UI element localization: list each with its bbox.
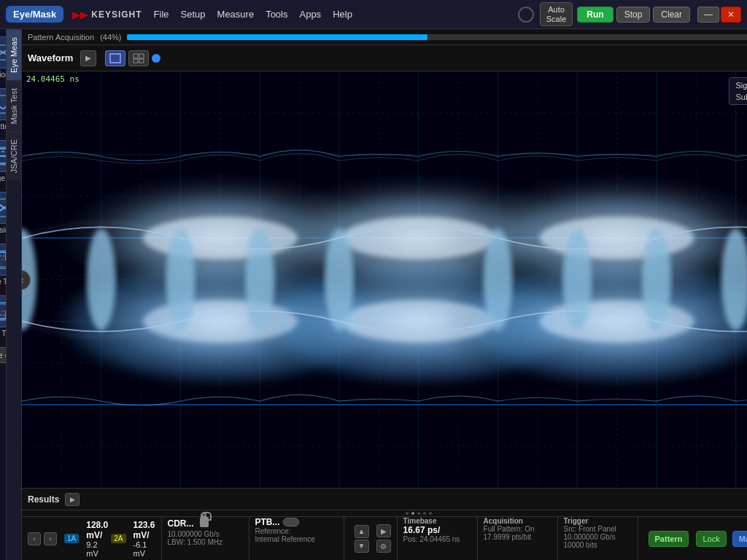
dot-5 [429, 512, 432, 515]
menu-setup[interactable]: Setup [181, 9, 206, 20]
content-area: Pattern Acquisition (44%) Waveform ▶ [22, 29, 747, 560]
transport-down-button[interactable]: ▼ [355, 540, 369, 553]
acq-label: Acquisition [484, 517, 523, 525]
signals-legend: Signals ▲ Sub[1A,2A] [729, 77, 747, 105]
ptb-ref: Reference: [255, 527, 291, 535]
svg-point-78 [166, 229, 196, 331]
signals-label: Signals [735, 81, 747, 90]
status-ch-section: ‹ › 1A 128.0 mV/ 9.2 mV 2A 123.6 mV/ -6.… [22, 517, 162, 560]
pattern-acquisition-fill [127, 34, 427, 40]
wf-grid-btn[interactable] [128, 50, 149, 66]
close-button[interactable]: ✕ [721, 7, 741, 23]
pattern-button[interactable]: Pattern [649, 531, 689, 547]
cdr-lbw: LBW: 1.500 MHz [168, 538, 222, 546]
status-transport-section: ▲ ▼ ▶ ⚙ [344, 517, 398, 560]
average-power-icon [0, 140, 7, 172]
signal-name: Sub[1A,2A] [735, 93, 747, 101]
ch-prev-button[interactable]: ‹ [28, 532, 41, 545]
app-logo[interactable]: Eye/Mask [6, 6, 63, 23]
results-bar: Results ▶ ⌃⌃ 📌 [22, 489, 747, 510]
ptb-internal: Internal Reference [255, 535, 315, 543]
sidebar: -1/0 Extinction Ratio Jitter [0, 29, 7, 560]
svg-rect-28 [110, 54, 120, 63]
menu-measure[interactable]: Measure [217, 9, 255, 20]
waveform-header: Waveform ▶ [22, 45, 747, 71]
eye-diagram-canvas [22, 71, 747, 488]
sidebar-item-rise-time[interactable]: Rise Time [0, 241, 7, 289]
tab-mask-test[interactable]: Mask Test [7, 80, 21, 131]
signal-row: Sub[1A,2A] [735, 93, 747, 101]
timebase-label: Timebase [403, 517, 437, 525]
transport-settings-button[interactable]: ⚙ [376, 540, 391, 553]
rise-time-icon [0, 244, 7, 276]
sidebar-item-extinction-ratio[interactable]: -1/0 Extinction Ratio [0, 34, 7, 82]
results-play-button[interactable]: ▶ [65, 493, 80, 506]
ch1-v1: 128.0 mV/ [86, 520, 108, 540]
svg-point-81 [484, 229, 513, 331]
dot-1 [406, 512, 409, 515]
ptb-label: PTB... [255, 517, 280, 527]
pattern-acquisition-bar: Pattern Acquisition (44%) [22, 29, 747, 45]
more-button[interactable]: More (1/3) [0, 347, 7, 363]
svg-rect-30 [139, 54, 144, 58]
extinction-ratio-label: Extinction Ratio [0, 71, 7, 79]
svg-rect-5 [0, 96, 7, 113]
status-timebase-section: Timebase 16.67 ps/ Pos: 24.04465 ns [398, 517, 478, 560]
svg-point-83 [642, 229, 671, 331]
stop-button[interactable]: Stop [616, 7, 651, 23]
fall-time-icon [0, 295, 7, 327]
trigger-bits: 10000 bits [564, 541, 597, 549]
jitter-label: Jitter [0, 122, 7, 131]
sidebar-item-average-power[interactable]: Average Power [0, 137, 7, 186]
ch2-badge: 2A [111, 534, 125, 543]
pattern-acquisition-progress [127, 34, 747, 40]
status-acq-section: Acquisition Full Pattern: On 17.9999 pts… [478, 517, 558, 560]
waveform-display: 24.04465 ns Signals ▲ Sub[1A,2A] ◄ F1 ‹‹ [22, 71, 747, 489]
sidebar-item-fall-time[interactable]: Fall Time [0, 292, 7, 341]
rise-time-label: Rise Time [0, 278, 7, 287]
run-button[interactable]: Run [577, 7, 613, 23]
ch1-values: 128.0 mV/ 9.2 mV [86, 520, 108, 558]
autoscale-button[interactable]: Auto Scale [540, 2, 573, 26]
svg-point-80 [325, 229, 354, 331]
tab-jsa-cre[interactable]: JSA/CRE [7, 131, 21, 180]
sidebar-item-crossing-pct[interactable]: % Crossing % [0, 189, 7, 238]
ptb-toggle[interactable] [283, 518, 299, 526]
lock-button[interactable]: Lock [696, 531, 726, 547]
status-ptb-section: PTB... Reference: Internal Reference [249, 517, 344, 560]
wf-single-btn[interactable] [105, 50, 125, 66]
clear-button[interactable]: Clear [653, 7, 690, 23]
cdr-lock-icon [197, 517, 207, 530]
keysight-brand: KEYSIGHT [91, 9, 142, 20]
math-button[interactable]: Math [732, 531, 747, 547]
ch-next-button[interactable]: › [44, 532, 57, 545]
trigger-label: Trigger [564, 517, 589, 525]
sidebar-item-jitter[interactable]: Jitter [0, 85, 7, 134]
titlebar: Eye/Mask ▶▶ KEYSIGHT File Setup Measure … [0, 0, 747, 29]
waveform-play-button[interactable]: ▶ [80, 50, 96, 66]
menu-apps[interactable]: Apps [299, 9, 321, 20]
svg-point-79 [245, 229, 274, 331]
menu-file[interactable]: File [154, 9, 169, 20]
transport-up-button[interactable]: ▲ [355, 525, 369, 538]
dot-separator [22, 510, 747, 516]
pattern-acquisition-pct: (44%) [100, 33, 121, 42]
pattern-acquisition-label: Pattern Acquisition [28, 33, 94, 42]
extinction-ratio-icon: -1/0 [0, 36, 7, 69]
ch2-v1: 123.6 mV/ [133, 520, 155, 540]
svg-rect-31 [133, 59, 138, 63]
minimize-button[interactable]: — [697, 7, 719, 23]
wf-dot-indicator [152, 54, 160, 63]
svg-rect-29 [133, 54, 138, 58]
menu-tools[interactable]: Tools [266, 9, 287, 20]
ch2-v2: -6.1 mV [133, 540, 155, 558]
tab-eye-meas[interactable]: Eye Meas [7, 29, 21, 80]
menu-help[interactable]: Help [333, 9, 352, 20]
crossing-pct-icon: % [0, 192, 7, 224]
waveform-title: Waveform [28, 52, 73, 63]
ch2-values: 123.6 mV/ -6.1 mV [133, 520, 155, 558]
fall-time-label: Fall Time [0, 330, 7, 338]
svg-rect-10 [0, 149, 7, 156]
main-layout: -1/0 Extinction Ratio Jitter [0, 29, 747, 560]
transport-play-button[interactable]: ▶ [376, 524, 391, 537]
